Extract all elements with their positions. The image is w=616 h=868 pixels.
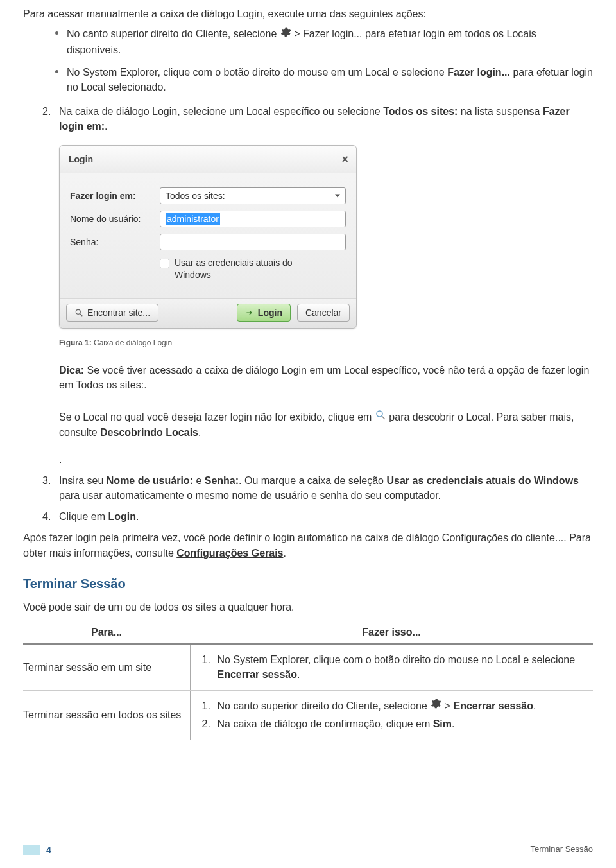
list-number: 1. <box>202 652 210 667</box>
cancel-button[interactable]: Cancelar <box>297 304 350 322</box>
figure-text: Caixa de diálogo Login <box>92 338 172 347</box>
button-label: Login <box>258 306 282 319</box>
svg-line-1 <box>80 314 83 317</box>
link-config-gerais[interactable]: Configurações Gerais <box>176 548 283 559</box>
text: Na caixa de diálogo Login, selecione um … <box>59 106 383 117</box>
text: . <box>136 511 139 522</box>
text-bold: Todos os sites: <box>383 106 458 117</box>
dialog-body: Fazer login em: Todos os sites: Nome do … <box>60 173 356 298</box>
list-number: 2. <box>202 716 210 731</box>
discover-block: Se o Local no qual você deseja fazer log… <box>59 410 593 440</box>
windows-creds-checkbox[interactable] <box>160 259 169 268</box>
text-bold: Encerrar sessão <box>218 669 298 680</box>
text: . Ou marque a caixa de seleção <box>239 475 386 486</box>
input-value: administrator <box>166 213 220 225</box>
svg-line-3 <box>382 417 385 420</box>
step-list-2: 3. Insira seu Nome de usuário: e Senha:.… <box>42 473 593 525</box>
username-input[interactable]: administrator <box>160 211 346 227</box>
figure-caption: Figura 1: Caixa de diálogo Login <box>59 338 593 349</box>
bullet-item-2: No System Explorer, clique com o botão d… <box>55 65 593 94</box>
table-header-fazer: Fazer isso... <box>190 621 593 644</box>
dialog-titlebar: Login × <box>60 146 356 173</box>
close-icon[interactable]: × <box>341 151 348 168</box>
text: . <box>105 121 107 132</box>
dialog-title: Login <box>69 153 93 166</box>
select-value: Todos os sites: <box>166 189 225 202</box>
section-intro: Você pode sair de um ou de todos os site… <box>23 600 593 614</box>
login-button[interactable]: Login <box>237 304 291 322</box>
text-bold: Senha: <box>205 475 239 486</box>
table-header-para: Para... <box>23 621 190 644</box>
text: No canto superior direito do Cliente, se… <box>67 28 280 39</box>
page-number: 4 <box>46 844 51 856</box>
button-label: Encontrar site... <box>87 306 150 319</box>
find-site-button[interactable]: Encontrar site... <box>66 304 158 322</box>
dot-line: . <box>59 452 593 467</box>
bullet-list: No canto superior direito do Cliente, se… <box>55 26 593 94</box>
intro-text: Para acessar manualmente a caixa de diál… <box>23 6 593 21</box>
text-bold: Nome de usuário: <box>107 475 193 486</box>
gear-icon <box>430 698 441 713</box>
dialog-footer: Encontrar site... Login Cancelar <box>60 298 356 328</box>
text: > <box>445 700 454 711</box>
text: na lista suspensa <box>458 106 543 117</box>
checkbox-label: Usar as credenciais atuais do Windows <box>175 257 322 281</box>
text: No System Explorer, clique com o botão d… <box>218 654 576 665</box>
bullet-item-1: No canto superior direito do Cliente, se… <box>55 26 593 57</box>
svg-point-0 <box>76 309 80 314</box>
arrow-right-icon <box>245 308 254 317</box>
site-select[interactable]: Todos os sites: <box>160 187 346 204</box>
text-bold: Sim <box>433 718 452 729</box>
text: Após fazer login pela primeira vez, você… <box>23 532 591 558</box>
step-4: 4. Clique em Login. <box>42 509 593 524</box>
label-user: Nome do usuário: <box>70 213 160 225</box>
step-number: 4. <box>42 509 51 524</box>
step-list: 2. Na caixa de diálogo Login, selecione … <box>42 104 593 134</box>
text: Se o Local no qual você deseja fazer log… <box>59 412 375 422</box>
table-row: Terminar sessão em todos os sites 1. No … <box>23 690 593 740</box>
text: . <box>284 548 286 559</box>
login-dialog-figure: Login × Fazer login em: Todos os sites: … <box>59 145 357 329</box>
text: Insira seu <box>59 475 107 486</box>
text-bold: Encerrar sessão <box>454 700 534 711</box>
footer-marker <box>23 845 40 855</box>
tip-label: Dica: <box>59 365 84 376</box>
magnifier-icon <box>375 409 386 424</box>
password-input[interactable] <box>160 234 346 250</box>
row1-label: Terminar sessão em um site <box>23 644 190 690</box>
list-item: 1. No canto superior direito do Cliente,… <box>202 699 594 715</box>
text-bold: Fazer login... <box>447 67 510 78</box>
text-bold: Login <box>108 511 136 522</box>
text: . <box>452 718 454 729</box>
text: No System Explorer, clique com o botão d… <box>67 67 447 78</box>
checkbox-row: Usar as credenciais atuais do Windows <box>160 257 346 281</box>
footer-right-text: Terminar Sessão <box>530 844 593 856</box>
button-label: Cancelar <box>305 306 341 319</box>
row2-steps: 1. No canto superior direito do Cliente,… <box>190 690 593 740</box>
logout-table: Para... Fazer isso... Terminar sessão em… <box>23 621 593 740</box>
link-descobrindo-locais[interactable]: Descobrindo Locais <box>100 427 198 438</box>
text: Na caixa de diálogo de confirmação, cliq… <box>218 718 433 729</box>
text: No canto superior direito do Cliente, se… <box>218 700 431 711</box>
table-row: Terminar sessão em um site 1. No System … <box>23 644 593 690</box>
section-terminar-sessao: Terminar Sessão <box>23 575 593 593</box>
text: . <box>297 669 300 680</box>
label-pass: Senha: <box>70 236 160 248</box>
text: para usar automaticamente o mesmo nome d… <box>59 490 441 501</box>
after-login-text: Após fazer login pela primeira vez, você… <box>23 530 593 560</box>
text-bold: Usar as credenciais atuais do Windows <box>386 475 579 486</box>
row2-label: Terminar sessão em todos os sites <box>23 690 190 740</box>
list-item: 2. Na caixa de diálogo de confirmação, c… <box>202 716 594 731</box>
row1-steps: 1. No System Explorer, clique com o botã… <box>190 644 593 690</box>
text: . <box>198 427 201 438</box>
label-site: Fazer login em: <box>70 189 160 202</box>
figure-label: Figura 1: <box>59 338 92 347</box>
text: Clique em <box>59 511 108 522</box>
gear-icon <box>280 26 291 42</box>
svg-point-2 <box>377 411 382 417</box>
magnifier-icon <box>74 308 83 317</box>
page-footer: 4 Terminar Sessão <box>0 844 616 856</box>
step-2: 2. Na caixa de diálogo Login, selecione … <box>42 104 593 134</box>
list-number: 1. <box>202 699 210 713</box>
text: . <box>533 700 536 711</box>
